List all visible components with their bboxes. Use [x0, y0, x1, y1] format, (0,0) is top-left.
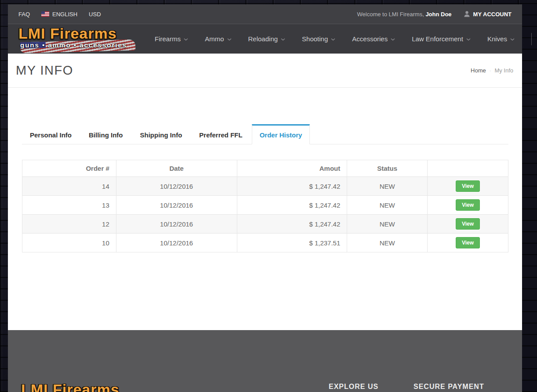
orders-tbody: 1410/12/2016$ 1,247.42NEWView1310/12/201… [22, 177, 508, 252]
site-logo[interactable]: LMI Firearms guns • ammo • accessories [18, 26, 147, 52]
order-action-cell: View [428, 196, 508, 215]
nav-item-label: Accessories [352, 35, 388, 43]
orders-column-header: Amout [237, 160, 347, 177]
tab-billing-info[interactable]: Billing Info [81, 124, 131, 144]
order-number-cell: 10 [22, 234, 116, 252]
topbar-right: Welcome to LMI Firearms, John Doe MY ACC… [357, 11, 512, 18]
nav-item-label: Law Enforcement [412, 35, 463, 43]
order-amount-cell: $ 1,237.51 [237, 234, 347, 252]
page-footer: LMI Firearms EXPLORE US SECURE PAYMENT [8, 330, 522, 392]
tab-shipping-info[interactable]: Shipping Info [132, 124, 190, 144]
view-order-button[interactable]: View [456, 180, 480, 192]
faq-link[interactable]: FAQ [18, 11, 30, 18]
tab-order-history[interactable]: Order History [252, 124, 310, 144]
footer-secure-payment-heading: SECURE PAYMENT [414, 383, 484, 391]
chevron-down-icon [510, 38, 515, 41]
order-number-cell: 12 [22, 215, 116, 234]
orders-column-header [428, 160, 508, 177]
topbar: FAQ ENGLISH USD Welcome to LMI Firearms,… [8, 4, 522, 24]
order-amount-cell: $ 1,247.42 [237, 215, 347, 234]
order-number-cell: 14 [22, 177, 116, 196]
order-date-cell: 10/12/2016 [116, 177, 237, 196]
order-status-cell: NEW [347, 215, 428, 234]
breadcrumb-current: My Info [494, 67, 513, 74]
nav-item-label: Firearms [155, 35, 181, 43]
breadcrumb: Home · My Info [471, 67, 513, 74]
breadcrumb-home-link[interactable]: Home [471, 67, 486, 74]
nav-item-label: Shooting [302, 35, 328, 43]
chevron-down-icon [184, 38, 188, 41]
us-flag-icon [41, 11, 49, 17]
page-title: MY INFO [16, 63, 73, 78]
table-row: 1210/12/2016$ 1,247.42NEWView [22, 215, 508, 234]
header-divider [531, 33, 532, 45]
tab-personal-info[interactable]: Personal Info [22, 124, 80, 144]
nav-item-firearms[interactable]: Firearms [155, 35, 188, 43]
chevron-down-icon [331, 38, 335, 41]
order-amount-cell: $ 1,247.42 [237, 177, 347, 196]
view-order-button[interactable]: View [456, 199, 480, 211]
chevron-down-icon [466, 38, 471, 41]
nav-item-label: Ammo [205, 35, 224, 43]
logo-title: LMI Firearms [18, 26, 147, 41]
order-date-cell: 10/12/2016 [116, 215, 237, 234]
orders-column-header: Date [116, 160, 237, 177]
view-order-button[interactable]: View [456, 218, 480, 230]
order-date-cell: 10/12/2016 [116, 196, 237, 215]
title-band: MY INFO Home · My Info [8, 54, 522, 88]
my-account-link[interactable]: MY ACCOUNT [464, 11, 512, 18]
order-status-cell: NEW [347, 196, 428, 215]
welcome-prefix: Welcome to LMI Firearms, [357, 11, 424, 18]
chevron-down-icon [391, 38, 395, 41]
currency-selector[interactable]: USD [89, 11, 101, 18]
table-row: 1410/12/2016$ 1,247.42NEWView [22, 177, 508, 196]
order-action-cell: View [428, 177, 508, 196]
footer-explore-us-heading: EXPLORE US [329, 383, 378, 391]
main-nav: FirearmsAmmoReloadingShootingAccessories… [155, 35, 531, 43]
order-date-cell: 10/12/2016 [116, 234, 237, 252]
chevron-down-icon [281, 38, 285, 41]
nav-item-label: Reloading [248, 35, 278, 43]
footer-logo-title: LMI Firearms [21, 382, 149, 392]
order-status-cell: NEW [347, 234, 428, 252]
main-header: LMI Firearms guns • ammo • accessories F… [8, 24, 522, 54]
nav-item-knives[interactable]: Knives [487, 35, 515, 43]
orders-column-header: Status [347, 160, 428, 177]
topbar-left: FAQ ENGLISH USD [18, 11, 112, 18]
order-number-cell: 13 [22, 196, 116, 215]
orders-table: Order #DateAmoutStatus 1410/12/2016$ 1,2… [22, 160, 508, 252]
user-icon [464, 11, 470, 17]
page-wrap: FAQ ENGLISH USD Welcome to LMI Firearms,… [8, 4, 522, 392]
nav-item-accessories[interactable]: Accessories [352, 35, 395, 43]
order-action-cell: View [428, 215, 508, 234]
tab-preferred-ffl[interactable]: Preferred FFL [191, 124, 250, 144]
header-tools: 5 [531, 31, 537, 47]
language-selector[interactable]: ENGLISH [41, 11, 77, 18]
logo-subtitle: guns • ammo • accessories [18, 41, 147, 49]
view-order-button[interactable]: View [456, 237, 480, 248]
order-amount-cell: $ 1,247.42 [237, 196, 347, 215]
language-label: ENGLISH [52, 11, 77, 18]
order-action-cell: View [428, 234, 508, 252]
table-row: 1010/12/2016$ 1,237.51NEWView [22, 234, 508, 252]
welcome-message: Welcome to LMI Firearms, John Doe [357, 11, 452, 18]
footer-logo[interactable]: LMI Firearms [21, 382, 149, 392]
nav-item-label: Knives [487, 35, 507, 43]
breadcrumb-separator: · [490, 68, 491, 73]
main-content: Personal InfoBilling InfoShipping InfoPr… [8, 88, 522, 330]
orders-column-header: Order # [22, 160, 116, 177]
chevron-down-icon [227, 38, 232, 41]
nav-item-law-enforcement[interactable]: Law Enforcement [412, 35, 471, 43]
nav-item-ammo[interactable]: Ammo [205, 35, 231, 43]
table-row: 1310/12/2016$ 1,247.42NEWView [22, 196, 508, 215]
tabs: Personal InfoBilling InfoShipping InfoPr… [22, 124, 508, 144]
welcome-user: John Doe [425, 11, 451, 18]
nav-item-shooting[interactable]: Shooting [302, 35, 335, 43]
orders-table-head: Order #DateAmoutStatus [22, 160, 508, 177]
orders-header-row: Order #DateAmoutStatus [22, 160, 508, 177]
my-account-label: MY ACCOUNT [473, 11, 512, 18]
nav-item-reloading[interactable]: Reloading [248, 35, 286, 43]
order-status-cell: NEW [347, 177, 428, 196]
